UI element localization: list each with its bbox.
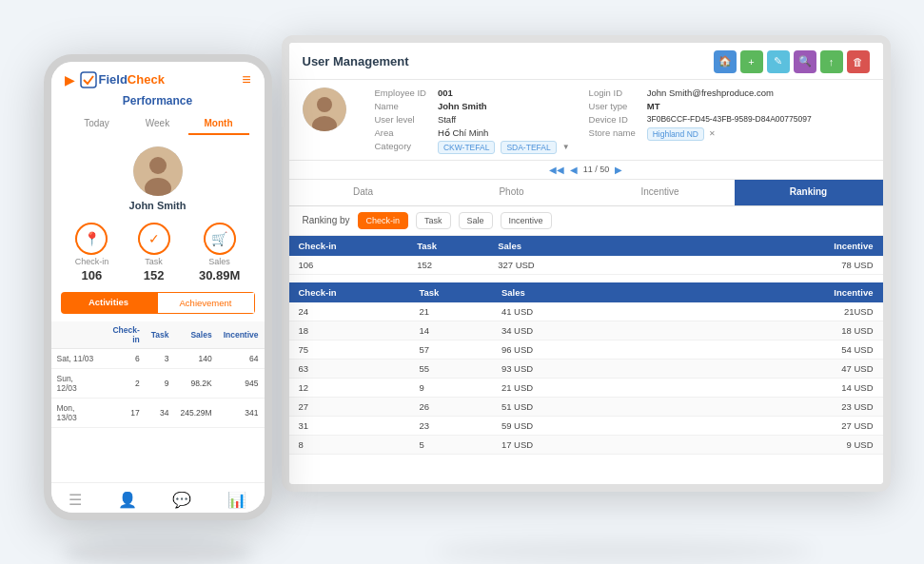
cell-sales: 93 USD	[492, 359, 599, 378]
ranking-incentive-button[interactable]: Incentive	[501, 212, 552, 229]
login-id-value: John Smith@freshproduce.com	[647, 88, 812, 98]
delete-button[interactable]: 🗑	[847, 50, 870, 73]
cell-sales: 34 USD	[492, 321, 599, 340]
cell-incentive: 18 USD	[759, 321, 882, 340]
cell-sales: 327 USD	[488, 256, 603, 275]
cell-checkin: 6	[101, 348, 146, 368]
th-incentive: Incentive	[762, 236, 883, 256]
ranking-sale-button[interactable]: Sale	[459, 212, 493, 229]
th2-e3	[679, 282, 719, 302]
logo-text: FieldCheck	[99, 72, 165, 87]
hamburger-menu[interactable]: ≡	[242, 71, 250, 88]
nav-user[interactable]: 👤	[118, 491, 137, 509]
tab-month[interactable]: Month	[188, 113, 249, 135]
cell-incentive: 341	[218, 398, 265, 427]
ph-th-task: Task	[146, 321, 175, 349]
expand-tags[interactable]: ▼	[562, 143, 570, 151]
table-row: 75 57 96 USD 54 USD	[289, 340, 883, 359]
logo-fieldcheck: FieldCheck	[80, 71, 165, 88]
cell-sales: 41 USD	[492, 302, 599, 321]
name-label: Name	[375, 101, 426, 111]
tab-photo[interactable]: Photo	[438, 180, 586, 205]
detail-table: Check-in Task Sales Incentive	[289, 282, 883, 455]
th-empty1	[604, 236, 643, 256]
category-tags: CKW-TEFAL SDA-TEFAL ▼	[438, 141, 570, 154]
cell-task: 23	[409, 416, 491, 435]
cell-sales: 96 USD	[492, 340, 599, 359]
th-empty4	[722, 236, 761, 256]
tab-ranking[interactable]: Ranking	[735, 180, 883, 205]
fieldcheck-logo-icon	[80, 71, 97, 88]
sales-label: Sales	[208, 257, 230, 266]
cell-task: 9	[409, 378, 491, 397]
device-id-label: Device ID	[589, 114, 636, 125]
user-type-label: User type	[589, 101, 636, 111]
home-button[interactable]: 🏠	[714, 50, 737, 73]
tab-data[interactable]: Data	[289, 180, 438, 205]
login-id-label: Login ID	[589, 88, 636, 98]
ranking-checkin-button[interactable]: Check-in	[358, 212, 409, 229]
cell-task: 14	[409, 321, 491, 340]
detail-table-section: Check-in Task Sales Incentive	[289, 282, 883, 455]
tab-incentive[interactable]: Incentive	[586, 180, 735, 205]
tab-week[interactable]: Week	[128, 113, 188, 135]
cell-checkin: 17	[101, 398, 146, 427]
logo-check-text: Check	[128, 72, 165, 87]
nav-chat[interactable]: 💬	[172, 491, 191, 509]
edit-button[interactable]: ✎	[767, 50, 790, 73]
achievement-tab[interactable]: Achievement	[157, 292, 255, 314]
th2-task: Task	[409, 282, 491, 302]
svg-rect-3	[81, 72, 96, 88]
table-row: 12 9 21 USD 14 USD	[289, 378, 883, 397]
nav-menu[interactable]: ☰	[69, 491, 82, 509]
task-icon: ✓	[138, 223, 170, 255]
prev-page-button[interactable]: ◀◀	[549, 165, 564, 175]
cell-incentive: 64	[218, 348, 265, 368]
ph-th-date	[51, 321, 101, 349]
checkin-icon: 📍	[75, 223, 108, 255]
nav-user-icon: 👤	[118, 491, 137, 509]
nav-chart[interactable]: 📊	[227, 491, 246, 509]
list-item: Mon, 13/03 17 34 245.29M 341	[51, 398, 265, 427]
cell-sales: 98.2K	[175, 368, 218, 398]
tablet-toolbar: User Management 🏠 + ✎ 🔍 ↑ 🗑	[289, 43, 883, 80]
phone-header: ▶ FieldCheck ≡	[51, 62, 265, 94]
prev-button[interactable]: ◀	[570, 165, 578, 175]
phone-navigation: ☰ 👤 💬 📊	[51, 482, 265, 513]
cell-sales: 245.29M	[175, 398, 218, 427]
summary-table-section: Check-in Task Sales Incentive	[289, 236, 883, 275]
th-checkin: Check-in	[289, 236, 408, 256]
cell-incentive: 23 USD	[759, 397, 882, 416]
cell-checkin: 63	[289, 359, 410, 378]
cell-task: 57	[409, 340, 491, 359]
search-button[interactable]: 🔍	[794, 50, 816, 73]
nav-chat-icon: 💬	[172, 491, 191, 509]
svg-point-5	[149, 157, 167, 174]
ranking-task-button[interactable]: Task	[416, 212, 451, 229]
export-button[interactable]: ↑	[820, 50, 843, 73]
tab-today[interactable]: Today	[67, 113, 128, 135]
cell-date: Sat, 11/03	[51, 348, 101, 368]
name-value: John Smith	[438, 101, 570, 111]
cell-checkin: 12	[289, 378, 410, 397]
activities-tab[interactable]: Activities	[61, 292, 157, 314]
cell-task: 3	[146, 348, 175, 368]
table-row: 18 14 34 USD 18 USD	[289, 321, 883, 340]
app-logo: ▶ FieldCheck	[65, 71, 165, 88]
add-button[interactable]: +	[740, 50, 763, 73]
user-level-value: Staff	[438, 114, 570, 125]
remove-store[interactable]: ✕	[709, 129, 716, 138]
cell-task: 21	[409, 302, 491, 321]
svg-point-1	[317, 97, 332, 112]
avatar	[303, 88, 346, 131]
next-button[interactable]: ▶	[615, 165, 622, 175]
toolbar-icons: 🏠 + ✎ 🔍 ↑ 🗑	[714, 50, 870, 73]
cell-checkin: 8	[289, 435, 410, 454]
ranking-controls: Ranking by Check-in Task Sale Incentive	[289, 206, 883, 236]
task-stat: ✓ Task 152	[138, 223, 170, 282]
phone-avatar-img	[133, 146, 183, 196]
store-name-area: Highland ND ✕	[647, 127, 812, 141]
store-name-label: Store name	[589, 127, 636, 141]
user-level-label: User level	[375, 114, 426, 125]
summary-table: Check-in Task Sales Incentive	[289, 236, 883, 275]
